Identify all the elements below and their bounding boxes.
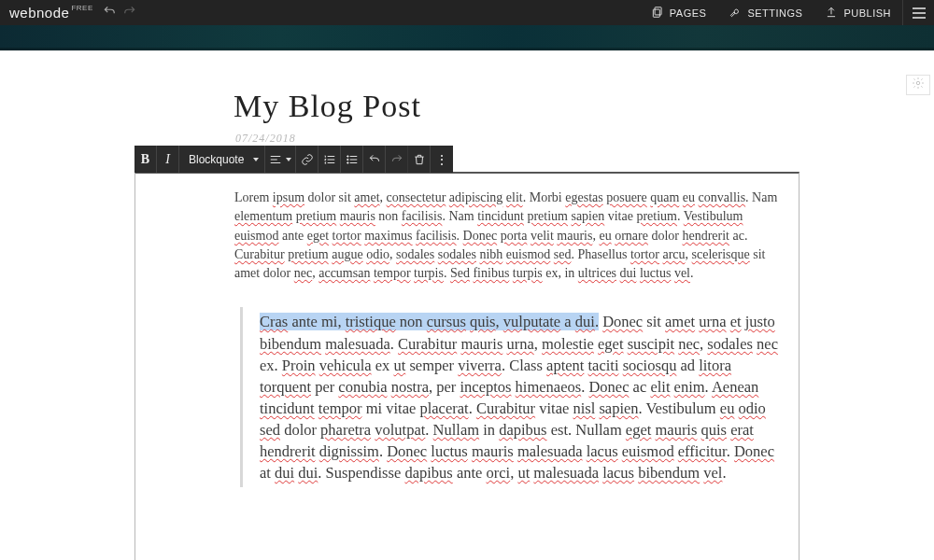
svg-rect-1 <box>653 9 659 17</box>
align-dropdown[interactable] <box>265 146 296 173</box>
unordered-list-icon <box>346 153 359 166</box>
brand-logo: webnode <box>0 5 69 21</box>
block-style-dropdown[interactable]: Blockquote <box>179 146 265 173</box>
svg-rect-0 <box>655 7 661 14</box>
more-button[interactable] <box>431 146 453 173</box>
pages-label: PAGES <box>670 7 707 19</box>
svg-point-3 <box>347 155 348 156</box>
bold-button[interactable]: B <box>134 146 157 173</box>
undo-icon[interactable] <box>103 5 116 21</box>
redo-icon[interactable] <box>123 5 136 21</box>
trash-icon <box>413 153 426 166</box>
chevron-down-icon <box>286 158 291 161</box>
svg-point-4 <box>347 159 348 160</box>
undo-button[interactable] <box>363 146 386 173</box>
link-icon <box>301 153 314 166</box>
settings-label: SETTINGS <box>747 7 802 19</box>
publish-label: PUBLISH <box>843 7 891 19</box>
app-topbar: webnode FREE PAGES SETTINGS PUBLISH <box>0 0 934 25</box>
post-title[interactable]: My Blog Post <box>234 89 934 124</box>
redo-icon <box>390 153 403 166</box>
wrench-icon <box>729 6 742 21</box>
paragraph-1[interactable]: Lorem ipsum dolor sit amet, consectetur … <box>234 189 782 283</box>
align-left-icon <box>269 153 282 166</box>
svg-point-5 <box>347 161 348 162</box>
settings-button[interactable]: SETTINGS <box>717 0 814 25</box>
delete-button[interactable] <box>408 146 431 173</box>
blockquote-1[interactable]: Cras ante mi, tristique non cursus quis,… <box>240 307 782 487</box>
editor-toolbar: B I Blockquote <box>134 146 453 173</box>
upload-icon <box>825 6 838 21</box>
block-style-label: Blockquote <box>189 153 244 166</box>
brand-tier-label: FREE <box>71 4 92 12</box>
ordered-list-icon <box>323 153 336 166</box>
hero-banner <box>0 25 934 51</box>
chevron-down-icon <box>253 158 259 161</box>
redo-button[interactable] <box>386 146 408 173</box>
pages-icon <box>651 6 664 21</box>
history-controls <box>103 5 136 21</box>
link-button[interactable] <box>296 146 318 173</box>
publish-button[interactable]: PUBLISH <box>814 0 902 25</box>
italic-button[interactable]: I <box>157 146 179 173</box>
undo-icon <box>368 153 381 166</box>
post-date: 07/24/2018 <box>235 132 934 146</box>
ordered-list-button[interactable] <box>318 146 341 173</box>
editor-content-area[interactable]: Lorem ipsum dolor sit amet, consectetur … <box>134 172 800 560</box>
more-vertical-icon <box>435 152 448 167</box>
pages-button[interactable]: PAGES <box>640 0 718 25</box>
unordered-list-button[interactable] <box>341 146 363 173</box>
menu-button[interactable] <box>902 0 934 25</box>
